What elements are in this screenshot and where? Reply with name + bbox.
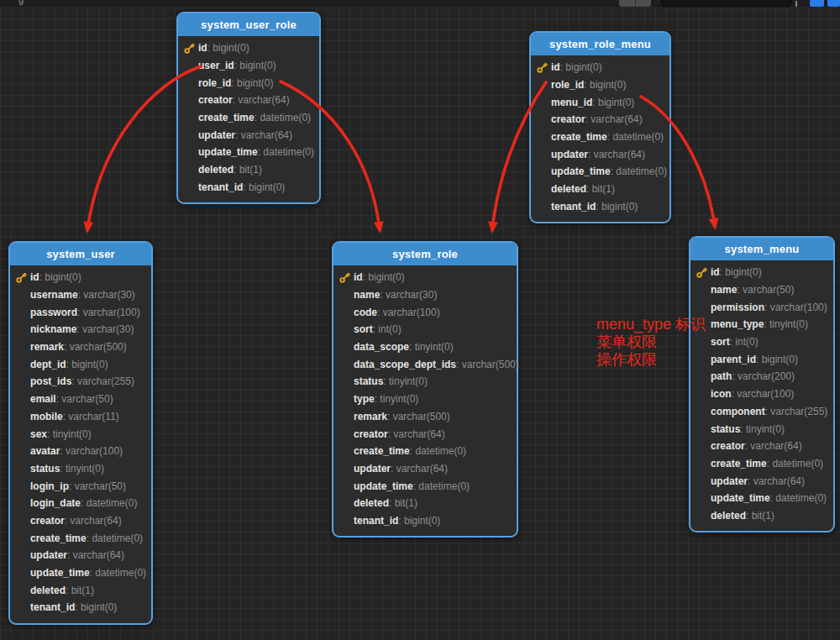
table-system_user_role[interactable]: system_user_roleid: bigint(0)user_id: bi… (176, 12, 321, 204)
field-row-tenant_id[interactable]: tenant_id: bigint(0) (10, 599, 151, 616)
field-row-dept_id[interactable]: dept_id: bigint(0) (10, 355, 151, 373)
primary-key-icon (184, 43, 195, 54)
field-type: : datetime(0) (410, 445, 466, 457)
field-row-create_time[interactable]: create_time: datetime(0) (10, 529, 151, 547)
segmented-button-left[interactable] (619, 0, 635, 7)
table-title-system_role[interactable]: system_role (333, 243, 517, 265)
table-system_user[interactable]: system_userid: bigint(0)username: varcha… (8, 241, 153, 625)
field-row-path[interactable]: path: varchar(200) (690, 368, 833, 386)
field-row-role_id[interactable]: role_id: bigint(0) (178, 74, 319, 92)
field-row-update_time[interactable]: update_time: datetime(0) (178, 144, 319, 161)
toolbar-search-input[interactable] (661, 0, 791, 8)
field-row-tenant_id[interactable]: tenant_id: bigint(0) (531, 198, 669, 216)
field-row-permission[interactable]: permission: varchar(100) (690, 298, 833, 316)
field-row-menu_id[interactable]: menu_id: bigint(0) (531, 93, 669, 111)
field-row-role_id[interactable]: role_id: bigint(0) (531, 76, 669, 94)
table-system_role[interactable]: system_roleid: bigint(0)name: varchar(30… (332, 241, 518, 538)
field-row-id[interactable]: id: bigint(0) (690, 264, 833, 281)
annotation-line-2: 菜单权限 (596, 333, 706, 351)
field-row-nickname[interactable]: nickname: varchar(30) (10, 321, 151, 338)
diagram-canvas[interactable]: system_user_roleid: bigint(0)user_id: bi… (0, 0, 840, 640)
field-row-deleted[interactable]: deleted: bit(1) (178, 161, 319, 179)
field-row-email[interactable]: email: varchar(50) (10, 391, 151, 408)
field-row-updater[interactable]: updater: varchar(64) (333, 460, 517, 478)
field-row-deleted[interactable]: deleted: bit(1) (10, 581, 151, 599)
field-row-update_time[interactable]: update_time: datetime(0) (10, 564, 151, 582)
field-type: : bigint(0) (596, 201, 638, 212)
field-row-sort[interactable]: sort: int(0) (690, 333, 833, 351)
field-name: dept_id (30, 359, 66, 370)
field-row-user_id[interactable]: user_id: bigint(0) (178, 57, 319, 75)
field-row-mobile[interactable]: mobile: varchar(11) (10, 408, 151, 426)
field-row-data_scope[interactable]: data_scope: tinyint(0) (333, 338, 517, 356)
field-row-id[interactable]: id: bigint(0) (333, 269, 517, 286)
field-row-deleted[interactable]: deleted: bit(1) (333, 495, 517, 512)
field-name: tenant_id (30, 601, 75, 613)
field-row-tenant_id[interactable]: tenant_id: bigint(0) (178, 179, 319, 197)
key-cell (16, 272, 30, 283)
field-row-updater[interactable]: updater: varchar(64) (690, 472, 833, 490)
field-row-code[interactable]: code: varchar(100) (333, 303, 517, 321)
segmented-button-right[interactable] (636, 0, 652, 7)
field-row-status[interactable]: status: tinyint(0) (10, 460, 151, 478)
toolbar-segmented-button[interactable] (619, 0, 651, 7)
field-name: tenant_id (354, 515, 398, 527)
field-row-sex[interactable]: sex: tinyint(0) (10, 425, 151, 443)
field-row-icon[interactable]: icon: varchar(100) (690, 386, 833, 403)
annotation-note[interactable]: menu_type 标识 菜单权限 操作权限 (596, 316, 706, 369)
toolbar-blue-button-2[interactable] (827, 0, 840, 7)
field-row-name[interactable]: name: varchar(30) (333, 286, 517, 304)
field-row-creator[interactable]: creator: varchar(64) (333, 425, 517, 443)
table-title-system_user_role[interactable]: system_user_role (178, 13, 319, 36)
field-name: sort (354, 323, 373, 335)
field-row-login_ip[interactable]: login_ip: varchar(50) (10, 477, 151, 495)
field-row-create_time[interactable]: create_time: datetime(0) (333, 443, 517, 460)
table-title-system_role_menu[interactable]: system_role_menu (531, 33, 669, 55)
field-row-menu_type[interactable]: menu_type: tinyint(0) (690, 316, 833, 333)
table-system_menu[interactable]: system_menuid: bigint(0)name: varchar(50… (689, 236, 835, 532)
field-row-component[interactable]: component: varchar(255) (690, 403, 833, 421)
field-type: : varchar(30) (78, 289, 135, 301)
field-row-creator[interactable]: creator: varchar(64) (178, 92, 319, 109)
field-row-username[interactable]: username: varchar(30) (10, 286, 151, 304)
field-row-update_time[interactable]: update_time: datetime(0) (531, 163, 669, 181)
field-row-data_scope_dept_ids[interactable]: data_scope_dept_ids: varchar(500) (333, 355, 517, 373)
field-row-creator[interactable]: creator: varchar(64) (10, 512, 151, 530)
field-row-id[interactable]: id: bigint(0) (531, 59, 669, 76)
table-title-system_menu[interactable]: system_menu (690, 238, 833, 260)
field-row-updater[interactable]: updater: varchar(64) (531, 145, 669, 163)
field-row-remark[interactable]: remark: varchar(500) (333, 408, 517, 426)
toolbar-blue-button-1[interactable] (810, 0, 824, 7)
field-row-type[interactable]: type: tinyint(0) (333, 391, 517, 408)
field-row-post_ids[interactable]: post_ids: varchar(255) (10, 373, 151, 391)
field-type: : datetime(0) (767, 458, 823, 470)
field-row-update_time[interactable]: update_time: datetime(0) (333, 477, 517, 495)
field-list: id: bigint(0)role_id: bigint(0)menu_id: … (531, 55, 669, 222)
field-row-status[interactable]: status: tinyint(0) (690, 420, 833, 438)
field-type: : datetime(0) (87, 532, 143, 544)
table-title-system_user[interactable]: system_user (10, 243, 151, 265)
field-row-id[interactable]: id: bigint(0) (178, 39, 319, 57)
top-toolbar: g (0, 0, 840, 8)
field-row-create_time[interactable]: create_time: datetime(0) (690, 455, 833, 473)
field-row-avatar[interactable]: avatar: varchar(100) (10, 443, 151, 460)
field-row-id[interactable]: id: bigint(0) (10, 269, 151, 286)
field-row-creator[interactable]: creator: varchar(64) (531, 111, 669, 129)
field-row-updater[interactable]: updater: varchar(64) (178, 126, 319, 144)
field-row-update_time[interactable]: update_time: datetime(0) (690, 490, 833, 507)
field-row-remark[interactable]: remark: varchar(500) (10, 338, 151, 356)
field-row-login_date[interactable]: login_date: datetime(0) (10, 495, 151, 512)
field-row-password[interactable]: password: varchar(100) (10, 303, 151, 321)
field-row-parent_id[interactable]: parent_id: bigint(0) (690, 350, 833, 368)
field-row-name[interactable]: name: varchar(50) (690, 281, 833, 299)
field-row-create_time[interactable]: create_time: datetime(0) (178, 109, 319, 127)
field-row-updater[interactable]: updater: varchar(64) (10, 547, 151, 564)
field-row-sort[interactable]: sort: int(0) (333, 321, 517, 338)
field-row-deleted[interactable]: deleted: bit(1) (531, 181, 669, 198)
field-row-deleted[interactable]: deleted: bit(1) (690, 507, 833, 525)
table-system_role_menu[interactable]: system_role_menuid: bigint(0)role_id: bi… (529, 31, 671, 223)
field-row-creator[interactable]: creator: varchar(64) (690, 438, 833, 455)
field-row-tenant_id[interactable]: tenant_id: bigint(0) (333, 512, 517, 530)
field-row-create_time[interactable]: create_time: datetime(0) (531, 129, 669, 146)
field-row-status[interactable]: status: tinyint(0) (333, 373, 517, 391)
